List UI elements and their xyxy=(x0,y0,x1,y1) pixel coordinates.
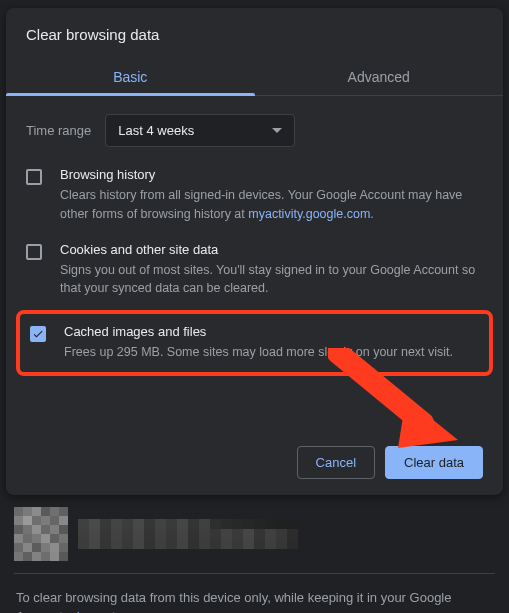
dialog-title: Clear browsing data xyxy=(6,8,503,57)
option-desc: Signs you out of most sites. You'll stay… xyxy=(60,261,483,299)
myactivity-link[interactable]: myactivity.google.com xyxy=(248,207,370,221)
option-cache: Cached images and files Frees up 295 MB.… xyxy=(26,320,483,362)
time-range-label: Time range xyxy=(26,123,91,138)
time-range-value: Last 4 weeks xyxy=(118,123,194,138)
option-title: Cached images and files xyxy=(64,324,479,343)
dialog-buttons: Cancel Clear data xyxy=(6,376,503,479)
check-icon xyxy=(32,328,44,340)
tab-advanced[interactable]: Advanced xyxy=(255,57,504,95)
footer-text: To clear browsing data from this device … xyxy=(14,588,495,613)
cancel-button[interactable]: Cancel xyxy=(297,446,375,479)
option-desc: Clears history from all signed-in device… xyxy=(60,186,483,224)
clear-data-button[interactable]: Clear data xyxy=(385,446,483,479)
option-title: Browsing history xyxy=(60,167,483,186)
avatar-placeholder xyxy=(14,507,68,561)
option-title: Cookies and other site data xyxy=(60,242,483,261)
chevron-down-icon xyxy=(272,128,282,133)
text-placeholder xyxy=(78,519,298,561)
checkbox-cache[interactable] xyxy=(30,326,46,342)
tab-bar: Basic Advanced xyxy=(6,57,503,96)
time-range-row: Time range Last 4 weeks xyxy=(6,96,503,155)
footer-area: To clear browsing data from this device … xyxy=(0,495,509,613)
annotation-highlight: Cached images and files Frees up 295 MB.… xyxy=(16,310,493,376)
option-desc: Frees up 295 MB. Some sites may load mor… xyxy=(64,343,479,362)
option-browsing-history: Browsing history Clears history from all… xyxy=(6,155,503,230)
sign-out-link[interactable]: sign out xyxy=(70,609,116,613)
divider xyxy=(14,573,495,574)
checkbox-cookies[interactable] xyxy=(26,244,42,260)
clear-browsing-data-dialog: Clear browsing data Basic Advanced Time … xyxy=(6,8,503,495)
tab-basic[interactable]: Basic xyxy=(6,57,255,95)
checkbox-history[interactable] xyxy=(26,169,42,185)
option-cookies: Cookies and other site data Signs you ou… xyxy=(6,230,503,305)
time-range-select[interactable]: Last 4 weeks xyxy=(105,114,295,147)
